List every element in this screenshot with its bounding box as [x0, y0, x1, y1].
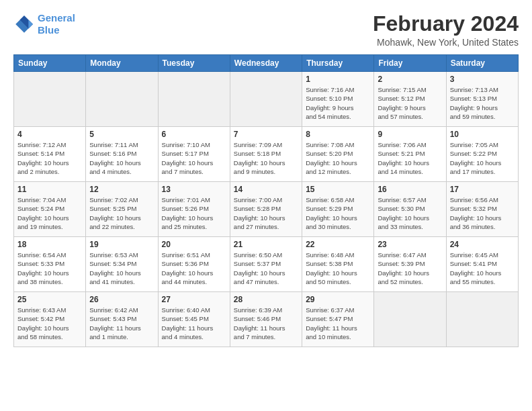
day-cell: 4Sunrise: 7:12 AMSunset: 5:14 PMDaylight… [14, 127, 86, 182]
day-info: Sunrise: 6:57 AMSunset: 5:30 PMDaylight:… [378, 195, 442, 231]
day-number: 16 [378, 185, 442, 194]
day-number: 27 [162, 295, 226, 304]
day-cell: 14Sunrise: 7:00 AMSunset: 5:28 PMDayligh… [230, 182, 302, 237]
day-number: 28 [234, 295, 298, 304]
day-number: 14 [234, 185, 298, 194]
col-sunday: Sunday [14, 55, 86, 72]
day-cell: 22Sunrise: 6:48 AMSunset: 5:38 PMDayligh… [302, 237, 374, 292]
day-cell: 25Sunrise: 6:43 AMSunset: 5:42 PMDayligh… [14, 292, 86, 347]
day-cell: 3Sunrise: 7:13 AMSunset: 5:13 PMDaylight… [446, 72, 518, 127]
col-thursday: Thursday [302, 55, 374, 72]
logo: General Blue [13, 12, 75, 36]
logo-text: General Blue [38, 12, 75, 36]
logo-icon [13, 13, 35, 35]
day-info: Sunrise: 7:16 AMSunset: 5:10 PMDaylight:… [306, 85, 370, 121]
day-info: Sunrise: 7:01 AMSunset: 5:26 PMDaylight:… [162, 195, 226, 231]
calendar: Sunday Monday Tuesday Wednesday Thursday… [13, 54, 519, 347]
header-row: Sunday Monday Tuesday Wednesday Thursday… [14, 55, 519, 72]
day-number: 5 [89, 130, 154, 139]
calendar-body: 1Sunrise: 7:16 AMSunset: 5:10 PMDaylight… [14, 72, 519, 347]
day-info: Sunrise: 7:04 AMSunset: 5:24 PMDaylight:… [17, 195, 82, 231]
day-cell: 23Sunrise: 6:47 AMSunset: 5:39 PMDayligh… [374, 237, 446, 292]
day-number: 3 [450, 75, 515, 84]
day-cell: 19Sunrise: 6:53 AMSunset: 5:34 PMDayligh… [86, 237, 158, 292]
day-number: 10 [450, 130, 515, 139]
week-row-2: 4Sunrise: 7:12 AMSunset: 5:14 PMDaylight… [14, 127, 519, 182]
day-info: Sunrise: 6:37 AMSunset: 5:47 PMDaylight:… [306, 306, 370, 341]
day-cell: 8Sunrise: 7:08 AMSunset: 5:20 PMDaylight… [302, 127, 374, 182]
day-info: Sunrise: 6:58 AMSunset: 5:29 PMDaylight:… [306, 195, 370, 231]
logo-line1: General [38, 12, 75, 24]
day-cell: 20Sunrise: 6:51 AMSunset: 5:36 PMDayligh… [158, 237, 230, 292]
day-number: 8 [306, 130, 370, 139]
day-info: Sunrise: 7:15 AMSunset: 5:12 PMDaylight:… [378, 85, 442, 121]
col-friday: Friday [374, 55, 446, 72]
day-number: 21 [234, 240, 298, 249]
col-tuesday: Tuesday [158, 55, 230, 72]
day-cell [446, 292, 518, 347]
week-row-5: 25Sunrise: 6:43 AMSunset: 5:42 PMDayligh… [14, 292, 519, 347]
day-info: Sunrise: 6:43 AMSunset: 5:42 PMDaylight:… [17, 306, 82, 341]
day-cell: 27Sunrise: 6:40 AMSunset: 5:45 PMDayligh… [158, 292, 230, 347]
day-info: Sunrise: 6:48 AMSunset: 5:38 PMDaylight:… [306, 250, 370, 286]
day-cell: 11Sunrise: 7:04 AMSunset: 5:24 PMDayligh… [14, 182, 86, 237]
day-cell: 12Sunrise: 7:02 AMSunset: 5:25 PMDayligh… [86, 182, 158, 237]
day-cell: 21Sunrise: 6:50 AMSunset: 5:37 PMDayligh… [230, 237, 302, 292]
day-cell [14, 72, 86, 127]
week-row-1: 1Sunrise: 7:16 AMSunset: 5:10 PMDaylight… [14, 72, 519, 127]
day-cell: 17Sunrise: 6:56 AMSunset: 5:32 PMDayligh… [446, 182, 518, 237]
location: Mohawk, New York, United States [373, 37, 519, 48]
day-number: 23 [378, 240, 442, 249]
col-monday: Monday [86, 55, 158, 72]
logo-line2: Blue [38, 24, 60, 36]
day-info: Sunrise: 7:11 AMSunset: 5:16 PMDaylight:… [89, 140, 154, 176]
day-cell: 7Sunrise: 7:09 AMSunset: 5:18 PMDaylight… [230, 127, 302, 182]
day-info: Sunrise: 7:00 AMSunset: 5:28 PMDaylight:… [234, 195, 298, 231]
day-number: 20 [162, 240, 226, 249]
day-number: 6 [162, 130, 226, 139]
day-number: 1 [306, 75, 370, 84]
day-cell: 1Sunrise: 7:16 AMSunset: 5:10 PMDaylight… [302, 72, 374, 127]
day-info: Sunrise: 7:13 AMSunset: 5:13 PMDaylight:… [450, 85, 515, 121]
day-info: Sunrise: 7:12 AMSunset: 5:14 PMDaylight:… [17, 140, 82, 176]
page: General Blue February 2024 Mohawk, New Y… [0, 0, 532, 354]
day-cell: 18Sunrise: 6:54 AMSunset: 5:33 PMDayligh… [14, 237, 86, 292]
day-info: Sunrise: 7:02 AMSunset: 5:25 PMDaylight:… [89, 195, 154, 231]
day-number: 9 [378, 130, 442, 139]
day-number: 15 [306, 185, 370, 194]
day-number: 13 [162, 185, 226, 194]
day-cell: 16Sunrise: 6:57 AMSunset: 5:30 PMDayligh… [374, 182, 446, 237]
day-cell: 9Sunrise: 7:06 AMSunset: 5:21 PMDaylight… [374, 127, 446, 182]
day-number: 26 [89, 295, 154, 304]
day-cell: 29Sunrise: 6:37 AMSunset: 5:47 PMDayligh… [302, 292, 374, 347]
day-info: Sunrise: 6:54 AMSunset: 5:33 PMDaylight:… [17, 250, 82, 286]
day-info: Sunrise: 6:45 AMSunset: 5:41 PMDaylight:… [450, 250, 515, 286]
day-info: Sunrise: 6:50 AMSunset: 5:37 PMDaylight:… [234, 250, 298, 286]
calendar-header: Sunday Monday Tuesday Wednesday Thursday… [14, 55, 519, 72]
day-cell: 5Sunrise: 7:11 AMSunset: 5:16 PMDaylight… [86, 127, 158, 182]
day-number: 11 [17, 185, 82, 194]
header: General Blue February 2024 Mohawk, New Y… [13, 12, 519, 48]
day-info: Sunrise: 6:40 AMSunset: 5:45 PMDaylight:… [162, 306, 226, 341]
day-cell: 15Sunrise: 6:58 AMSunset: 5:29 PMDayligh… [302, 182, 374, 237]
day-info: Sunrise: 6:47 AMSunset: 5:39 PMDaylight:… [378, 250, 442, 286]
day-cell: 28Sunrise: 6:39 AMSunset: 5:46 PMDayligh… [230, 292, 302, 347]
day-info: Sunrise: 6:53 AMSunset: 5:34 PMDaylight:… [89, 250, 154, 286]
day-cell [86, 72, 158, 127]
day-cell: 13Sunrise: 7:01 AMSunset: 5:26 PMDayligh… [158, 182, 230, 237]
day-number: 7 [234, 130, 298, 139]
day-cell: 6Sunrise: 7:10 AMSunset: 5:17 PMDaylight… [158, 127, 230, 182]
day-number: 25 [17, 295, 82, 304]
day-number: 12 [89, 185, 154, 194]
day-number: 29 [306, 295, 370, 304]
week-row-4: 18Sunrise: 6:54 AMSunset: 5:33 PMDayligh… [14, 237, 519, 292]
day-info: Sunrise: 6:42 AMSunset: 5:43 PMDaylight:… [89, 306, 154, 341]
day-info: Sunrise: 7:06 AMSunset: 5:21 PMDaylight:… [378, 140, 442, 176]
day-number: 2 [378, 75, 442, 84]
day-cell: 24Sunrise: 6:45 AMSunset: 5:41 PMDayligh… [446, 237, 518, 292]
day-cell: 2Sunrise: 7:15 AMSunset: 5:12 PMDaylight… [374, 72, 446, 127]
day-info: Sunrise: 7:09 AMSunset: 5:18 PMDaylight:… [234, 140, 298, 176]
day-info: Sunrise: 6:51 AMSunset: 5:36 PMDaylight:… [162, 250, 226, 286]
day-number: 24 [450, 240, 515, 249]
day-info: Sunrise: 6:56 AMSunset: 5:32 PMDaylight:… [450, 195, 515, 231]
